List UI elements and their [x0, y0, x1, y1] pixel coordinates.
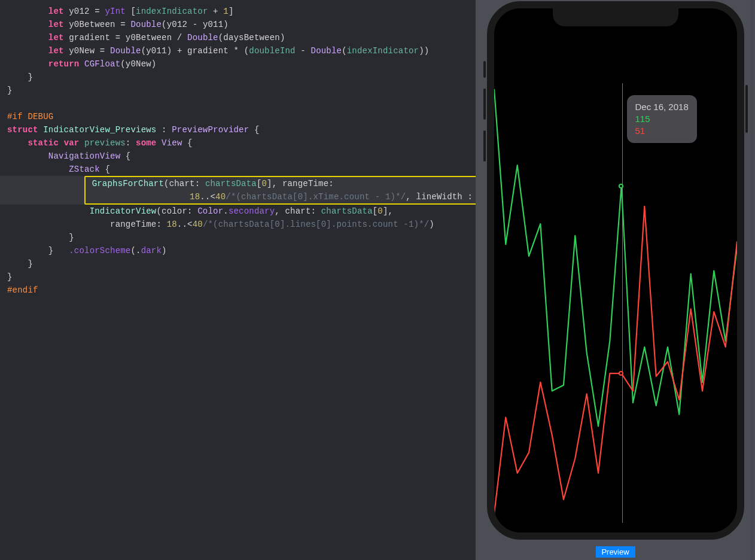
keyword-return: return [48, 59, 80, 69]
keyword-some: some [136, 138, 156, 148]
highlighted-code-block: GraphsForChart(chart: chartsData[0], ran… [84, 176, 496, 205]
literal-1: 1 [223, 7, 229, 16]
scrollbar[interactable] [750, 0, 754, 560]
tooltip-value-green: 115 [635, 113, 689, 125]
ident-indexIndicator: indexIndicator [136, 7, 208, 16]
var-gradient: gradient [69, 33, 110, 42]
type-PreviewProvider: PreviewProvider [172, 125, 249, 135]
chart-area[interactable] [494, 83, 737, 523]
phone-side-button-right [745, 85, 748, 144]
keyword-struct: struct [7, 125, 38, 135]
directive-if: #if [7, 112, 23, 121]
preview-canvas[interactable]: Dec 16, 2018 115 51 Preview [476, 0, 755, 560]
var-y012: y012 [69, 7, 89, 16]
indicator-dot-red [619, 371, 623, 376]
type-GraphsForChart: GraphsForChart [92, 179, 164, 188]
indicator-dot-green [619, 184, 623, 188]
keyword-var: var [64, 138, 80, 148]
type-Color: Color [197, 206, 223, 216]
var-y0New: y0New [69, 46, 95, 56]
keyword-static: static [28, 138, 59, 148]
var-y0Between: y0Between [69, 20, 115, 29]
directive-endif: #endif [7, 285, 38, 295]
phone-side-buttons-left [483, 61, 486, 172]
keyword-let: let [48, 7, 64, 16]
preview-label[interactable]: Preview [595, 546, 635, 558]
type-NavigationView: NavigationView [48, 151, 120, 161]
prop-dark: dark [141, 246, 162, 255]
phone-screen[interactable]: Dec 16, 2018 115 51 [494, 8, 737, 532]
type-IndicatorViewPreviews: IndicatorView_Previews [43, 125, 156, 135]
phone-notch [553, 8, 678, 26]
type-ZStack: ZStack [69, 165, 100, 174]
type-CGFloat: CGFloat [84, 59, 120, 69]
code-editor[interactable]: let y012 = yInt [indexIndicator + 1] let… [0, 0, 476, 560]
tooltip-value-red: 51 [635, 125, 689, 137]
prop-previews: previews [84, 138, 126, 148]
comment: /*(chartsData[0].xTime.count - 1)*/ [226, 192, 406, 202]
type-Double: Double [130, 20, 162, 29]
tooltip-date: Dec 16, 2018 [635, 101, 689, 113]
method-colorScheme: .colorScheme [69, 246, 130, 255]
type-View: View [162, 138, 182, 148]
comment: /*(chartsData[0].lines[0].points.count -… [203, 220, 429, 229]
ident-chartsData: chartsData [205, 179, 257, 188]
ident-yInt: yInt [105, 7, 125, 16]
ident-doubleInd: doubleInd [249, 46, 295, 56]
prop-secondary: secondary [229, 206, 275, 216]
chart-tooltip: Dec 16, 2018 115 51 [627, 95, 697, 143]
type-IndicatorView: IndicatorView [90, 206, 157, 216]
phone-frame: Dec 16, 2018 115 51 [487, 1, 744, 540]
